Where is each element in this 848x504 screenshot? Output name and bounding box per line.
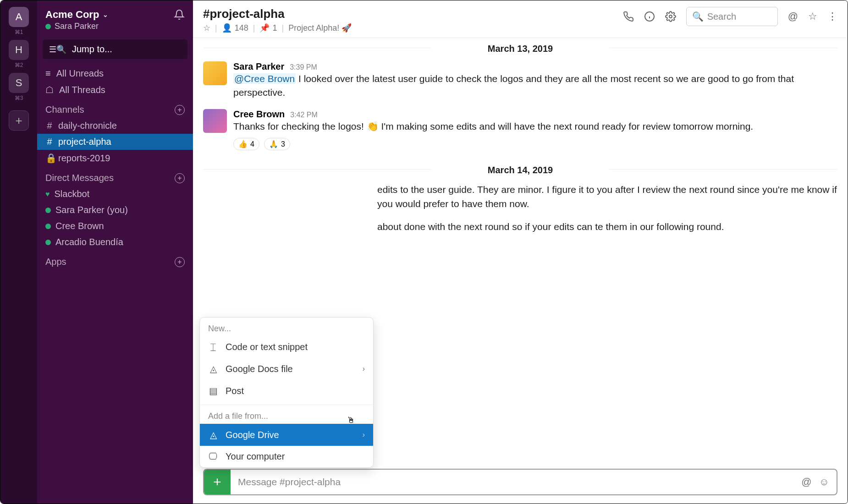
channel-title: #project-alpha <box>203 7 352 21</box>
menu-google-drive[interactable]: ◬ Google Drive › <box>200 424 373 446</box>
dm-slackbot[interactable]: ♥Slackbot <box>37 186 193 202</box>
post-icon: ▤ <box>208 385 218 396</box>
message-composer: + Message #project-alpha @ ☺ <box>203 469 837 495</box>
channel-project-alpha[interactable]: #project-alpha <box>37 134 193 150</box>
dms-header[interactable]: Direct Messages + <box>37 166 193 186</box>
message: about done with the next round so if you… <box>377 215 837 238</box>
mentions-icon[interactable]: @ <box>788 11 798 22</box>
rail-workspace-h[interactable]: H ⌘2 <box>9 40 29 68</box>
add-dm-button[interactable]: + <box>175 173 185 183</box>
notifications-icon[interactable] <box>174 9 185 20</box>
menu-post[interactable]: ▤ Post <box>200 380 373 402</box>
channel-daily-chronicle[interactable]: #daily-chronicle <box>37 118 193 134</box>
channel-reports-2019[interactable]: 🔒reports-2019 <box>37 150 193 166</box>
gdrive-icon: ◬ <box>208 363 218 374</box>
pin-count[interactable]: 📌1 <box>259 23 277 33</box>
snippet-icon: ⌶ <box>208 342 218 352</box>
person-icon: 👤 <box>222 23 232 33</box>
avatar[interactable] <box>203 109 227 133</box>
channels-header[interactable]: Channels + <box>37 98 193 118</box>
reaction[interactable]: 🙏3 <box>264 138 290 150</box>
message: Sara Parker 3:39 PM @Cree Brown I looked… <box>203 57 837 104</box>
presence-dot-icon <box>45 208 51 213</box>
workspace-rail: A ⌘1 H ⌘2 S ⌘3 + <box>0 0 37 504</box>
search-icon: 🔍 <box>692 11 704 22</box>
presence-dot-icon <box>45 224 51 229</box>
channel-view: #project-alpha ☆ | 👤148 | 📌1 | Project A… <box>193 0 848 504</box>
add-channel-button[interactable]: + <box>175 105 185 115</box>
avatar[interactable] <box>203 61 227 85</box>
message-body: Thanks for checking the logos! 👏 I'm mak… <box>233 120 753 133</box>
message-author[interactable]: Sara Parker <box>233 61 284 72</box>
member-count[interactable]: 👤148 <box>222 23 248 33</box>
message-body: edits to the user guide. They are minor.… <box>377 183 837 211</box>
search-input[interactable]: 🔍 Search <box>686 7 778 26</box>
rail-workspace-s[interactable]: S ⌘3 <box>9 73 29 101</box>
call-icon[interactable] <box>623 11 634 22</box>
menu-section-header: New... <box>200 318 373 336</box>
emoji-button[interactable]: ☺ <box>819 476 829 488</box>
jump-to-input[interactable]: ☰🔍 Jump to... <box>43 39 187 59</box>
message-time: 3:39 PM <box>290 63 317 71</box>
channel-topic[interactable]: Project Alpha! 🚀 <box>288 23 352 33</box>
svg-point-3 <box>669 15 672 18</box>
threads-icon: ☖ <box>45 84 54 95</box>
message-time: 3:42 PM <box>290 111 318 119</box>
message: edits to the user guide. They are minor.… <box>377 178 837 215</box>
apps-header[interactable]: Apps + <box>37 250 193 270</box>
presence-dot-icon <box>45 240 51 245</box>
date-divider: March 13, 2019 <box>203 38 837 57</box>
chevron-right-icon: › <box>363 365 365 373</box>
mention-button[interactable]: @ <box>801 476 811 488</box>
date-divider: March 14, 2019 <box>203 159 837 178</box>
reaction[interactable]: 👍4 <box>233 138 259 150</box>
rail-workspace-a[interactable]: A ⌘1 <box>9 7 29 35</box>
pin-icon: 📌 <box>259 23 270 33</box>
message: Cree Brown 3:42 PM Thanks for checking t… <box>203 104 837 155</box>
heart-icon: ♥ <box>45 190 50 198</box>
info-icon[interactable] <box>644 11 655 22</box>
chevron-down-icon: ⌄ <box>103 11 108 18</box>
menu-your-computer[interactable]: 🖵 Your computer <box>200 446 373 467</box>
composer-input[interactable]: Message #project-alpha <box>231 477 801 488</box>
star-icon[interactable]: ☆ <box>808 11 817 22</box>
dm-cree-brown[interactable]: Cree Brown <box>37 218 193 234</box>
more-icon[interactable]: ⋮ <box>827 11 837 22</box>
settings-icon[interactable] <box>665 11 676 22</box>
add-workspace-button[interactable]: + <box>9 110 29 131</box>
menu-section-header: Add a file from... <box>200 405 373 424</box>
all-unreads[interactable]: ≡All Unreads <box>37 66 193 82</box>
mention[interactable]: @Cree Brown <box>233 73 296 84</box>
lock-icon: 🔒 <box>45 153 54 164</box>
current-user[interactable]: Sara Parker <box>37 22 193 37</box>
dm-sara-parker[interactable]: Sara Parker (you) <box>37 202 193 218</box>
attach-button[interactable]: + <box>204 470 231 494</box>
presence-dot-icon <box>45 24 51 29</box>
message-author[interactable]: Cree Brown <box>233 109 285 120</box>
computer-icon: 🖵 <box>208 451 218 462</box>
unreads-icon: ≡ <box>45 68 51 79</box>
jump-icon: ☰🔍 <box>49 44 66 55</box>
menu-code-snippet[interactable]: ⌶ Code or text snippet <box>200 336 373 358</box>
workspace-switcher[interactable]: Acme Corp⌄ <box>45 9 108 21</box>
message-body: @Cree Brown I looked over the latest use… <box>233 72 837 100</box>
chevron-right-icon: › <box>363 431 365 439</box>
all-threads[interactable]: ☖All Threads <box>37 82 193 98</box>
add-app-button[interactable]: + <box>175 257 185 267</box>
attach-menu: New... ⌶ Code or text snippet ◬ Google D… <box>199 317 374 468</box>
menu-google-docs[interactable]: ◬ Google Docs file › <box>200 358 373 380</box>
sidebar: Acme Corp⌄ Sara Parker ☰🔍 Jump to... ≡Al… <box>37 0 193 504</box>
message-body: about done with the next round so if you… <box>377 220 724 234</box>
gdrive-icon: ◬ <box>208 429 218 440</box>
star-channel-button[interactable]: ☆ <box>203 23 210 33</box>
dm-arcadio-buendia[interactable]: Arcadio Buendía <box>37 234 193 250</box>
